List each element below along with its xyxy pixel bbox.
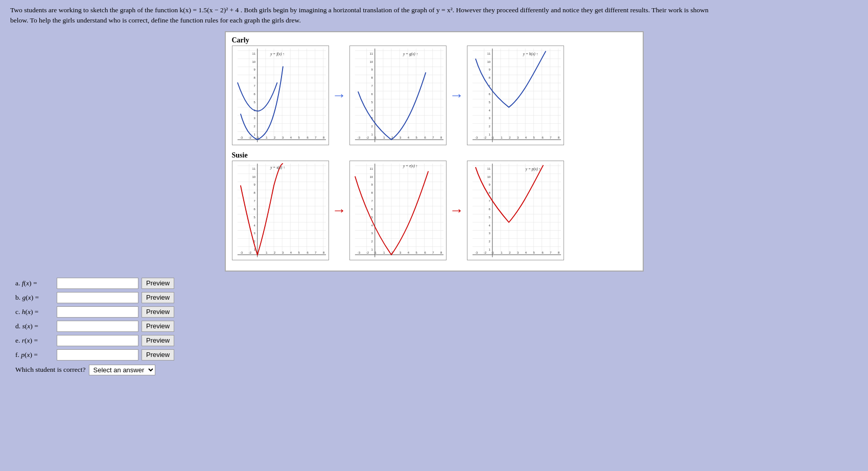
problem-line1: Two students are working to sketch the g… [10, 6, 709, 14]
svg-text:11: 11 [487, 52, 490, 55]
svg-text:-3: -3 [240, 136, 243, 139]
susie-section: Susie [232, 151, 637, 260]
svg-text:2: 2 [274, 136, 275, 139]
input-hx[interactable] [57, 306, 138, 318]
preview-btn-e[interactable]: Preview [142, 335, 174, 346]
svg-rect-96 [467, 46, 564, 145]
susie-graphs-row: -3 -2 -1 1 2 3 4 5 6 7 8 1 2 3 4 5 6 [232, 161, 637, 260]
svg-text:11: 11 [369, 167, 373, 170]
svg-text:y = h(x) ↑: y = h(x) ↑ [522, 51, 537, 56]
problem-line2: below. To help the girls understand who … [10, 16, 301, 24]
arrow-carly-2: → [450, 87, 464, 103]
svg-text:7: 7 [550, 251, 551, 254]
answer-row-d: d. s(x) = Preview [15, 321, 858, 332]
svg-text:-2: -2 [483, 251, 486, 254]
arrow-susie-1: → [332, 202, 346, 218]
answer-row-e: e. r(x) = Preview [15, 335, 858, 346]
svg-text:7: 7 [371, 199, 372, 203]
svg-text:10: 10 [252, 175, 255, 178]
svg-text:10: 10 [487, 60, 490, 63]
svg-text:1: 1 [371, 248, 372, 251]
svg-text:10: 10 [252, 60, 255, 63]
svg-text:1: 1 [383, 136, 385, 139]
svg-text:11: 11 [252, 167, 255, 170]
svg-text:7: 7 [432, 136, 434, 139]
arrow-susie-2: → [450, 202, 464, 218]
arrow-carly-1: → [332, 87, 346, 103]
svg-text:1: 1 [383, 251, 385, 254]
label-a: a. f(x) = [15, 279, 54, 287]
graph-sx: -3 -2 -1 1 2 3 4 5 6 7 8 1 2 3 4 5 6 [232, 161, 329, 260]
problem-text: Two students are working to sketch the g… [10, 5, 858, 26]
preview-btn-f[interactable]: Preview [142, 349, 174, 361]
preview-btn-b[interactable]: Preview [142, 292, 174, 303]
preview-btn-a[interactable]: Preview [142, 278, 174, 289]
label-f: f. p(x) = [15, 351, 54, 359]
which-student-row: Which student is correct? Select an answ… [15, 365, 858, 375]
answer-row-b: b. g(x) = Preview [15, 292, 858, 303]
carly-section: Carly [232, 36, 637, 145]
svg-text:2: 2 [371, 240, 372, 243]
graph-rx: -3 -2 -1 1 2 3 4 5 6 7 8 1 2 3 4 5 6 [349, 161, 447, 260]
svg-text:y = g(x) ↑: y = g(x) ↑ [402, 51, 417, 56]
svg-text:7: 7 [315, 251, 316, 254]
susie-label: Susie [232, 151, 637, 160]
svg-text:2: 2 [509, 251, 510, 254]
svg-text:7: 7 [432, 251, 434, 254]
svg-text:-3: -3 [240, 251, 243, 254]
svg-text:-2: -2 [248, 251, 251, 254]
svg-text:1: 1 [371, 133, 372, 136]
graphs-section: Carly [225, 31, 644, 272]
svg-text:7: 7 [371, 84, 372, 87]
svg-text:-1: -1 [491, 136, 494, 139]
graph-px: -3 -2 -1 1 2 3 4 5 6 7 8 1 2 3 4 5 6 [467, 161, 564, 260]
svg-text:-2: -2 [366, 136, 368, 139]
svg-text:1: 1 [266, 251, 267, 254]
svg-text:2: 2 [488, 125, 490, 128]
input-rx[interactable] [57, 335, 138, 346]
input-sx[interactable] [57, 321, 138, 332]
svg-text:7: 7 [253, 84, 255, 87]
svg-text:-2: -2 [248, 136, 251, 139]
svg-text:-1: -1 [491, 251, 494, 254]
label-b: b. g(x) = [15, 294, 54, 302]
svg-text:-3: -3 [475, 251, 478, 254]
which-student-label: Which student is correct? [15, 366, 86, 374]
graph-hx: -3 -2 -1 1 2 3 4 5 6 7 8 1 2 3 4 5 6 [467, 46, 564, 145]
svg-text:y = s(x) ↑: y = s(x) ↑ [270, 165, 285, 169]
label-e: e. r(x) = [15, 337, 54, 345]
svg-text:11: 11 [252, 52, 255, 55]
input-fx[interactable] [57, 278, 138, 289]
svg-rect-240 [467, 161, 564, 260]
svg-text:7: 7 [253, 199, 255, 203]
answer-row-f: f. p(x) = Preview [15, 349, 858, 361]
svg-text:11: 11 [369, 52, 373, 55]
svg-text:2: 2 [509, 136, 510, 139]
svg-text:1: 1 [253, 133, 255, 136]
svg-text:2: 2 [274, 251, 275, 254]
label-c: c. h(x) = [15, 308, 54, 316]
svg-text:11: 11 [487, 167, 490, 170]
svg-text:-2: -2 [483, 136, 486, 139]
preview-btn-d[interactable]: Preview [142, 321, 174, 332]
svg-text:7: 7 [550, 136, 551, 139]
svg-text:7: 7 [488, 199, 490, 203]
graph-gx: -3 -2 -1 1 2 3 4 5 6 7 8 1 2 3 4 5 6 [349, 46, 447, 145]
svg-rect-144 [232, 161, 329, 260]
svg-text:2: 2 [371, 125, 372, 128]
svg-text:-3: -3 [475, 136, 478, 139]
svg-text:1: 1 [266, 136, 267, 139]
answers-section: a. f(x) = Preview b. g(x) = Preview c. h… [10, 278, 858, 375]
svg-text:y = f(x) ↑: y = f(x) ↑ [270, 51, 285, 56]
graph-fx: -3 -2 -1 1 2 3 4 5 6 7 8 1 2 3 4 5 6 [232, 46, 329, 145]
svg-text:7: 7 [315, 136, 316, 139]
svg-text:-3: -3 [357, 251, 360, 254]
input-px[interactable] [57, 349, 138, 361]
svg-text:-1: -1 [373, 136, 376, 139]
preview-btn-c[interactable]: Preview [142, 306, 174, 318]
svg-text:-3: -3 [357, 136, 360, 139]
input-gx[interactable] [57, 292, 138, 303]
select-answer-dropdown[interactable]: Select an answer Carly Susie Both Neithe… [89, 365, 155, 375]
svg-text:-1: -1 [373, 251, 376, 254]
carly-graphs-row: -3 -2 -1 1 2 3 4 5 6 7 8 1 2 3 4 5 6 [232, 46, 637, 145]
